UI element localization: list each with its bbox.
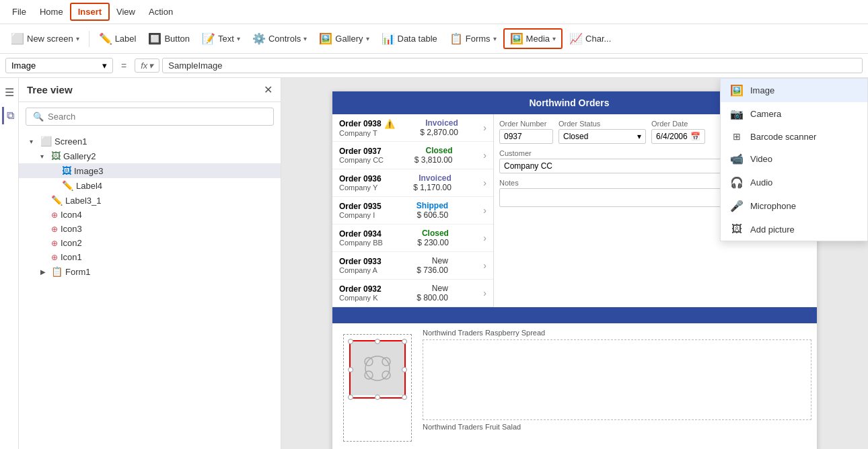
order-date-field: Order Date 6/4/2006 📅	[651, 120, 705, 144]
resize-handle-ml[interactable]	[348, 367, 353, 372]
video-icon: 📹	[730, 153, 744, 165]
order-status-field: Order Status Closed ▾	[558, 120, 646, 144]
resize-handle-mr[interactable]	[402, 367, 407, 372]
text-button[interactable]: 📝 Text ▾	[196, 30, 246, 48]
row-chevron-0935: ›	[483, 205, 486, 216]
button-button[interactable]: 🔲 Button	[143, 30, 195, 48]
menu-insert[interactable]: Insert	[70, 3, 110, 21]
resize-handle-bl[interactable]	[348, 395, 353, 400]
tree-arrow-form1: ▶	[40, 268, 48, 276]
resize-handle-bm[interactable]	[375, 395, 380, 400]
formula-selector[interactable]: Image ▾	[5, 58, 113, 73]
warning-icon-0938: ⚠️	[384, 119, 395, 129]
new-screen-icon: ⬜	[11, 32, 24, 45]
tree-item-gallery2[interactable]: ▾ 🖼 Gallery2	[19, 149, 281, 163]
tree-item-icon2[interactable]: ▶ ⊕ Icon2	[19, 236, 281, 250]
row-chevron-0936: ›	[483, 177, 486, 188]
gallery-icon: 🖼️	[319, 32, 332, 45]
tree-header: Tree view ✕	[19, 78, 281, 102]
forms-button[interactable]: 📋 Forms ▾	[444, 30, 502, 48]
media-dropdown-menu: 🖼️ Image 📷 Camera ⊞ Barcode scanner 📹 Vi…	[720, 78, 868, 241]
media-menu-image[interactable]: 🖼️ Image	[721, 79, 867, 102]
order-row-0933[interactable]: Order 0933 Company A New $ 736.00 ›	[332, 252, 493, 280]
tree-item-icon4[interactable]: ▶ ⊕ Icon4	[19, 208, 281, 222]
media-menu-video[interactable]: 📹 Video	[721, 147, 867, 171]
media-menu-camera[interactable]: 📷 Camera	[721, 102, 867, 126]
tree-item-screen1[interactable]: ▾ ⬜ Screen1	[19, 134, 281, 149]
order-row-0937[interactable]: Order 0937 Company CC Closed $ 3,810.00 …	[332, 142, 493, 169]
camera-icon: 📷	[730, 108, 744, 120]
screen1-label: Screen1	[55, 136, 87, 147]
label-button[interactable]: ✏️ Label	[94, 30, 142, 48]
resize-handle-br[interactable]	[402, 395, 407, 400]
tree-item-form1[interactable]: ▶ 📋 Form1	[19, 264, 281, 279]
menu-file[interactable]: File	[5, 4, 33, 19]
order-date-input[interactable]: 6/4/2006 📅	[651, 129, 705, 144]
barcode-icon: ⊞	[730, 131, 744, 142]
tree-content: ▾ ⬜ Screen1 ▾ 🖼 Gallery2 ▶ 🖼 Image3 ▶ ✏️…	[19, 131, 281, 449]
image-dashed-area	[423, 339, 811, 420]
order-row-0936[interactable]: Order 0936 Company Y Invoiced $ 1,170.00…	[332, 169, 493, 197]
formula-fx-button[interactable]: fx ▾	[135, 58, 159, 73]
order-row-0938[interactable]: Order 0938 ⚠️ Company T Invoiced $ 2,870…	[332, 114, 493, 142]
media-menu-barcode[interactable]: ⊞ Barcode scanner	[721, 126, 867, 147]
data-table-button[interactable]: 📊 Data table	[376, 30, 443, 48]
media-menu-add-picture[interactable]: 🖼 Add picture	[721, 218, 867, 241]
icon3-label: Icon3	[61, 224, 82, 234]
form1-icon: 📋	[51, 266, 63, 277]
tree-title: Tree view	[27, 84, 73, 95]
resize-handle-tm[interactable]	[375, 339, 380, 344]
order-status-input[interactable]: Closed ▾	[558, 129, 646, 144]
tree-item-label3-1[interactable]: ▶ ✏️ Label3_1	[19, 193, 281, 208]
order-row-0932[interactable]: Order 0932 Company K New $ 800.00 ›	[332, 280, 493, 307]
formula-input[interactable]	[162, 58, 863, 73]
toolbar-sep-1	[89, 31, 89, 47]
media-menu-microphone[interactable]: 🎤 Microphone	[721, 194, 867, 218]
menu-action[interactable]: Action	[142, 4, 180, 19]
customer-input[interactable]: Company CC ▾	[499, 159, 752, 173]
customer-field: Customer Company CC ▾	[499, 149, 752, 173]
gallery-chevron: ▾	[366, 35, 369, 42]
toolbar: ⬜ New screen ▾ ✏️ Label 🔲 Button 📝 Text …	[0, 24, 868, 54]
tree-item-label4[interactable]: ▶ ✏️ Label4	[19, 178, 281, 193]
media-button[interactable]: 🖼️ Media ▾	[503, 28, 563, 49]
tree-item-icon3[interactable]: ▶ ⊕ Icon3	[19, 222, 281, 236]
resize-handle-tr[interactable]	[402, 339, 407, 344]
nw-footer	[332, 307, 817, 323]
tree-item-image3[interactable]: ▶ 🖼 Image3	[19, 163, 281, 178]
charts-button[interactable]: 📈 Char...	[564, 30, 616, 48]
menu-home[interactable]: Home	[33, 4, 70, 19]
order-number-field: Order Number 0937	[499, 120, 553, 144]
row-chevron-0934: ›	[483, 233, 486, 243]
controls-icon: ⚙️	[252, 32, 266, 45]
tree-close-button[interactable]: ✕	[264, 83, 273, 96]
search-icon: 🔍	[33, 112, 44, 122]
controls-button[interactable]: ⚙️ Controls ▾	[247, 30, 312, 48]
order-row-0934[interactable]: Order 0934 Company BB Closed $ 230.00 ›	[332, 225, 493, 252]
label-icon: ✏️	[99, 32, 112, 45]
main-layout: ☰ ⧉ Tree view ✕ 🔍 ▾ ⬜ Screen1 ▾ 🖼 Galler…	[0, 78, 868, 449]
text-chevron: ▾	[237, 35, 240, 42]
selected-image[interactable]	[349, 340, 406, 399]
search-input[interactable]	[48, 112, 266, 122]
resize-handle-tl[interactable]	[348, 339, 353, 344]
hamburger-icon[interactable]: ☰	[2, 83, 17, 101]
svg-rect-0	[351, 341, 404, 395]
forms-chevron: ▾	[493, 35, 497, 42]
media-icon: 🖼️	[510, 32, 523, 45]
audio-icon: 🎧	[730, 176, 744, 189]
row-chevron-0938: ›	[483, 122, 486, 133]
layers-icon[interactable]: ⧉	[2, 107, 17, 124]
charts-icon: 📈	[569, 32, 583, 45]
selected-image-area	[343, 334, 412, 442]
menu-view[interactable]: View	[110, 4, 142, 19]
order-row-0935[interactable]: Order 0935 Company I Shipped $ 606.50 ›	[332, 197, 493, 225]
gallery-button[interactable]: 🖼️ Gallery ▾	[314, 30, 374, 48]
media-menu-audio[interactable]: 🎧 Audio	[721, 171, 867, 194]
tree-arrow-screen1: ▾	[30, 138, 38, 145]
search-box[interactable]: 🔍	[26, 108, 274, 126]
tree-item-icon1[interactable]: ▶ ⊕ Icon1	[19, 250, 281, 264]
order-number-input[interactable]: 0937	[499, 129, 553, 144]
new-screen-button[interactable]: ⬜ New screen ▾	[5, 30, 85, 48]
image3-icon: 🖼	[62, 165, 71, 176]
